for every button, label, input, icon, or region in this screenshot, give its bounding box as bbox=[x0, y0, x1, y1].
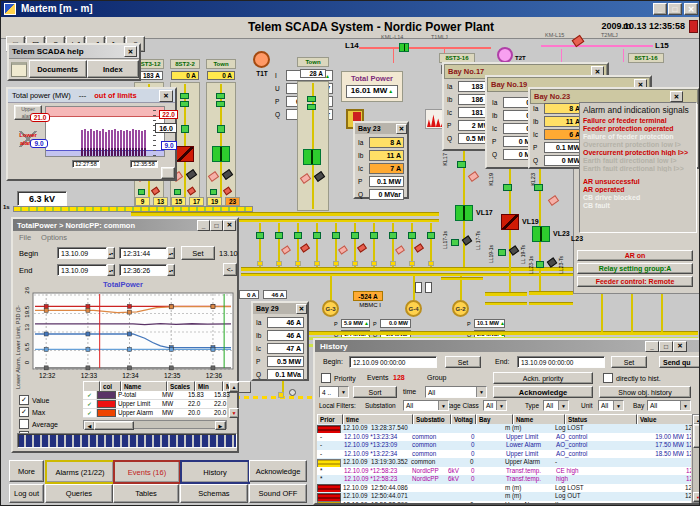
chevron-down-icon[interactable]: ▼ bbox=[613, 401, 623, 410]
transformer-t1t-icon[interactable] bbox=[253, 51, 270, 68]
bay-combo[interactable]: All▼ bbox=[647, 400, 691, 411]
kl17-switch-icon[interactable] bbox=[457, 161, 466, 168]
priority-filter[interactable]: Priority bbox=[321, 373, 356, 383]
hscroll-right-icon[interactable]: ▶ bbox=[215, 421, 226, 430]
feeder-control-button[interactable]: Relay setting group:A bbox=[577, 263, 693, 274]
switch-icon[interactable] bbox=[289, 389, 296, 396]
legend-scroll-up-icon[interactable]: ▲ bbox=[229, 382, 239, 392]
group-combo[interactable]: All▼ bbox=[425, 386, 487, 398]
mid-feeder-switch-icon[interactable] bbox=[389, 232, 397, 239]
kl19-switch-icon[interactable] bbox=[503, 184, 512, 191]
priority-combo[interactable]: 4 ..▼ bbox=[319, 386, 349, 398]
menu-options[interactable]: Options bbox=[41, 233, 67, 242]
bay23-mini-titlebar[interactable]: Bay 23 ✕ bbox=[355, 123, 407, 134]
ll19-switch-icon[interactable] bbox=[498, 249, 506, 256]
legend-row[interactable]: ✓P-totalMW15.8315.83 bbox=[83, 391, 227, 400]
tab-documents[interactable]: Documents bbox=[29, 60, 87, 78]
nav-button-soundoff[interactable]: Sound OFF bbox=[249, 484, 307, 503]
history-minimize-icon[interactable]: _ bbox=[645, 341, 659, 352]
priority-checkbox[interactable] bbox=[321, 373, 331, 383]
send-query-button[interactable]: Send qu bbox=[659, 356, 700, 368]
ackn-priority-button[interactable]: Ackn. priority bbox=[493, 372, 593, 384]
vl19-breaker-icon[interactable] bbox=[501, 214, 519, 230]
trend-checkbox-average[interactable]: Average bbox=[19, 419, 58, 429]
feeder-switch-icon[interactable] bbox=[181, 125, 189, 133]
limits-titlebar[interactable]: Total power (MW) --- out of limits ✕ bbox=[8, 89, 175, 103]
history-titlebar[interactable]: History _ □ ✕ bbox=[315, 340, 700, 352]
chevron-down-icon[interactable]: ▼ bbox=[680, 401, 690, 410]
mid-feeder-switch-icon[interactable] bbox=[370, 232, 378, 239]
mid-feeder-switch-icon[interactable] bbox=[313, 232, 321, 239]
bus-number-19[interactable]: 19 bbox=[207, 197, 222, 206]
bus-number-17[interactable]: 17 bbox=[189, 197, 204, 206]
trend-maximize-icon[interactable]: □ bbox=[210, 220, 223, 231]
nav-button-queries[interactable]: Queries bbox=[45, 484, 113, 503]
checkbox-icon[interactable] bbox=[19, 419, 29, 429]
limits-close-icon[interactable]: ✕ bbox=[159, 90, 173, 102]
legend-checkbox-icon[interactable]: ✓ bbox=[83, 391, 97, 399]
history-row[interactable]: 12.10.09 12:50:44.086m (m)Log LOST12. bbox=[317, 484, 691, 493]
minimize-button[interactable]: _ bbox=[653, 3, 667, 15]
history-maximize-icon[interactable]: □ bbox=[659, 341, 673, 352]
bus-number-23[interactable]: 23 bbox=[225, 197, 240, 206]
titlebar[interactable]: Martem [m - m] _ □ ✕ bbox=[1, 1, 700, 17]
nav-button-events[interactable]: Events (16) bbox=[113, 460, 181, 484]
mid-feeder-switch-icon[interactable] bbox=[256, 232, 264, 239]
end-date-input[interactable]: 13.10.09 bbox=[57, 264, 107, 276]
feeder-switch-icon[interactable] bbox=[217, 125, 225, 133]
history-row[interactable]: -12.10.09 *13:23:34common0Upper LimitAO_… bbox=[317, 433, 691, 442]
nav-button-logout[interactable]: Log out bbox=[9, 484, 44, 503]
town-breaker-icon[interactable] bbox=[303, 149, 321, 165]
begin-time-input[interactable]: 12:31:44 bbox=[119, 247, 167, 259]
trend-checkbox-max[interactable]: ✓Max bbox=[19, 407, 45, 417]
history-vscrollbar[interactable]: ▲ ▼ bbox=[692, 414, 700, 503]
acknowledge-button[interactable]: Acknowledge bbox=[493, 386, 593, 398]
feeder-switch-icon[interactable] bbox=[210, 189, 217, 195]
generator-g3-icon[interactable]: G-3 bbox=[322, 300, 339, 317]
feeder-switch-icon[interactable] bbox=[174, 189, 181, 195]
substation-combo[interactable]: All▼ bbox=[403, 400, 449, 411]
legend-row[interactable]: ✓Upper LimitMW22.022.0 bbox=[83, 400, 227, 409]
history-end-input[interactable]: 13.10.09 00:00:00 bbox=[517, 356, 605, 368]
mid-feeder-switch-icon[interactable] bbox=[275, 232, 283, 239]
trend-close-icon[interactable]: ✕ bbox=[223, 220, 236, 231]
chevron-down-icon[interactable]: ▼ bbox=[496, 401, 506, 410]
feeder-breaker-icon[interactable] bbox=[212, 146, 230, 162]
feeder-switch-icon[interactable] bbox=[216, 93, 225, 99]
history-row[interactable]: 12.10.09 13:28:37.540m (m)Log LOST12. bbox=[317, 424, 691, 433]
begin-date-input[interactable]: 13.10.09 bbox=[57, 247, 107, 259]
ll17-switch-icon[interactable] bbox=[451, 239, 459, 246]
feeder-control-button[interactable]: Feeder control: Remote bbox=[577, 276, 693, 287]
nav-button-tables[interactable]: Tables bbox=[113, 484, 179, 503]
history-row[interactable]: *12.10.09 *12:58:23NordicPP6kV0Transf.te… bbox=[317, 467, 691, 476]
history-row[interactable]: 12.10.09 12:50:44.071m (m)Log OUT12. bbox=[317, 492, 691, 501]
checkbox-icon[interactable]: ✓ bbox=[19, 395, 29, 405]
nav-button-schemas[interactable]: Schemas bbox=[180, 484, 248, 503]
bay23-mini-close-icon[interactable]: ✕ bbox=[396, 124, 407, 134]
bus-number-13[interactable]: 13 bbox=[153, 197, 168, 206]
show-obj-history-button[interactable]: Show obj. history bbox=[599, 386, 691, 398]
legend-checkbox-icon[interactable]: ✓ bbox=[83, 400, 97, 408]
chevron-down-icon[interactable]: ▼ bbox=[338, 387, 348, 397]
bay29-mini-close-icon[interactable]: ✕ bbox=[296, 304, 307, 314]
tab-index[interactable]: Index bbox=[87, 60, 139, 78]
town-switch2-icon[interactable] bbox=[307, 104, 316, 110]
resize-grip[interactable] bbox=[161, 167, 175, 179]
l14-disconnector-icon[interactable] bbox=[399, 43, 409, 52]
set-button[interactable]: Set bbox=[181, 246, 215, 260]
history-row[interactable]: *12.10.09 *12:58:23NordicPP6kV0Transf.te… bbox=[317, 475, 691, 484]
chevron-down-icon[interactable]: ▼ bbox=[438, 401, 448, 410]
history-row[interactable]: 12.10.09 13:19:30.352common0Upper Alarm- bbox=[317, 458, 691, 467]
legend-scroll-down-icon[interactable]: ▼ bbox=[229, 408, 239, 418]
transformer-t2t-icon[interactable] bbox=[497, 47, 513, 63]
end-time-spinner[interactable]: ▴▾ bbox=[167, 264, 175, 276]
feeder-8st116-header[interactable]: 8ST1-16 bbox=[628, 53, 664, 63]
checkbox-icon[interactable]: ✓ bbox=[19, 407, 29, 417]
history-row[interactable]: -12.10.09 *13:22:34common0Upper LimitAO_… bbox=[317, 450, 691, 459]
bay23-close-icon[interactable]: ✕ bbox=[670, 91, 683, 102]
history-end-set-button[interactable]: Set bbox=[611, 356, 647, 368]
unit-combo[interactable]: All▼ bbox=[598, 400, 624, 411]
nav-button-history[interactable]: History bbox=[180, 460, 250, 484]
feeder-switch-icon[interactable] bbox=[138, 189, 145, 195]
mid-feeder-switch-icon[interactable] bbox=[408, 232, 416, 239]
